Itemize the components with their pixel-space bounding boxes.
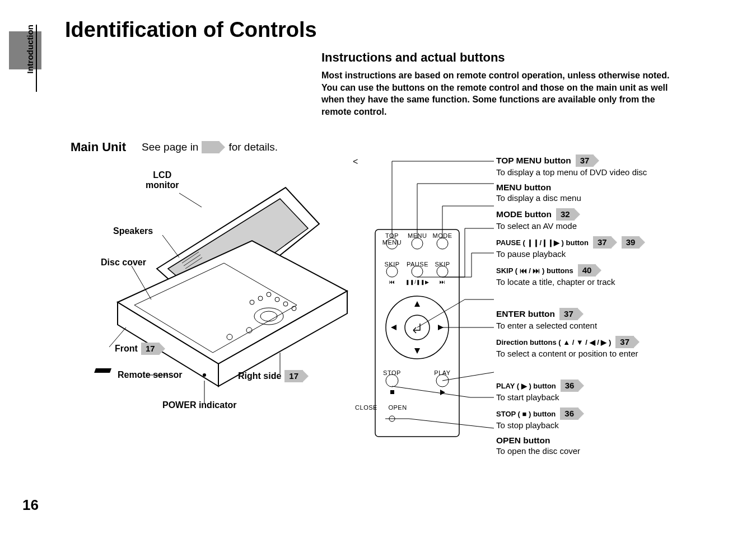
callout-desc: To open the disc cover xyxy=(496,446,737,456)
page-ref-num: 32 xyxy=(556,208,575,221)
callout-title-text: Direction buttons ( ▲ / ▼ / ◀ / ▶ ) xyxy=(496,338,611,346)
svg-marker-42 xyxy=(391,325,396,330)
callout-title-text: OPEN button xyxy=(496,435,550,446)
page-ref-arrow-icon xyxy=(640,237,645,248)
label-lcd-monitor: LCD monitor xyxy=(146,170,179,190)
callout-mode: MODE button 32 To select an AV mode xyxy=(496,208,737,231)
callout-enter: ENTER button 37 To enter a selected cont… xyxy=(496,308,737,330)
svg-point-16 xyxy=(203,373,206,377)
page-ref-arrow-icon xyxy=(575,209,580,220)
page-ref-front: 17 xyxy=(141,343,165,355)
page-ref-arrow-icon xyxy=(612,237,617,248)
label-right-side-text: Right side xyxy=(238,371,281,381)
page-ref-arrow-icon xyxy=(596,265,601,276)
callout-desc: To display a top menu of DVD video disc xyxy=(496,167,737,177)
callout-title-text: STOP ( ■ ) button xyxy=(496,410,556,418)
page-title: Identification of Controls xyxy=(65,18,317,42)
svg-line-21 xyxy=(179,193,202,207)
label-disc-cover: Disc cover xyxy=(101,257,146,268)
callout-title-text: SKIP ( ⏮ / ⏭ ) buttons xyxy=(496,266,573,275)
instructions-heading: Instructions and actual buttons xyxy=(321,50,505,65)
svg-point-33 xyxy=(412,266,423,277)
panel-label-open: OPEN xyxy=(388,404,408,411)
svg-line-62 xyxy=(417,299,465,327)
callout-direction: Direction buttons ( ▲ / ▼ / ◀ / ▶ ) 37 T… xyxy=(496,336,737,358)
page-number: 16 xyxy=(22,496,39,514)
svg-marker-47 xyxy=(440,390,445,395)
svg-point-31 xyxy=(437,238,448,249)
page-ref-right-side: 17 xyxy=(284,370,309,382)
panel-label-skip-r: SKIP xyxy=(433,261,451,268)
label-front-text: Front xyxy=(115,344,138,354)
callout-title-text: PAUSE ( ❙❙/❙❙▶ ) button xyxy=(496,238,589,247)
label-speakers: Speakers xyxy=(113,226,153,236)
callout-desc: To locate a title, chapter or track xyxy=(496,277,737,287)
page-ref-arrow-icon xyxy=(634,336,640,348)
panel-label-skip-l: SKIP xyxy=(383,261,401,268)
panel-svg: ⏮ ❚❚/❚❚▶ ⏭ xyxy=(353,157,498,470)
page-ref-front-num: 17 xyxy=(141,343,160,355)
page-ref-arrow-icon xyxy=(220,142,225,153)
page-ref-arrow-icon xyxy=(578,380,584,391)
page-ref-num: 36 xyxy=(561,380,579,392)
page-ref-num: 36 xyxy=(560,407,578,420)
callout-title-text: MODE button xyxy=(496,209,552,219)
callout-desc: To select an AV mode xyxy=(496,221,737,231)
callout-desc: To select a content or position to enter xyxy=(496,349,737,358)
panel-label-play: PLAY xyxy=(433,369,451,376)
page-ref-num: 37 xyxy=(576,154,594,167)
label-lcd-l1: LCD xyxy=(146,170,179,180)
svg-line-66 xyxy=(392,386,470,397)
panel-label-mode: MODE xyxy=(432,232,452,239)
control-panel-diagram: ⏮ ❚❚/❚❚▶ ⏭ xyxy=(353,157,476,459)
panel-label-topmenu: TOP MENU xyxy=(379,232,405,246)
page-ref-sample xyxy=(202,141,225,153)
svg-rect-45 xyxy=(390,390,394,394)
callout-list: TOP MENU button 37 To display a top menu… xyxy=(496,154,737,461)
callout-skip: SKIP ( ⏮ / ⏭ ) buttons 40 To locate a ti… xyxy=(496,264,737,287)
panel-label-menu: MENU xyxy=(408,232,427,239)
callout-title-text: PLAY ( ▶ ) button xyxy=(496,382,556,390)
callout-desc: To enter a selected content xyxy=(496,321,737,330)
see-page-prefix: See page in xyxy=(142,141,198,153)
svg-point-34 xyxy=(437,266,448,277)
panel-label-pause: PAUSE xyxy=(407,261,428,268)
svg-point-32 xyxy=(386,266,398,277)
page-ref-box xyxy=(202,141,220,153)
callout-title-text: TOP MENU button xyxy=(496,156,571,166)
callout-desc: To pause playback xyxy=(496,249,737,259)
label-lcd-l2: monitor xyxy=(146,180,179,190)
callout-stop: STOP ( ■ ) button 36 To stop playback xyxy=(496,407,737,430)
svg-point-44 xyxy=(386,374,398,387)
page-ref-num: 37 xyxy=(559,308,578,320)
callout-top-menu: TOP MENU button 37 To display a top menu… xyxy=(496,154,737,177)
page-ref-arrow-icon xyxy=(594,155,599,166)
svg-line-68 xyxy=(409,419,494,428)
svg-point-30 xyxy=(412,238,423,249)
page-ref-num: 39 xyxy=(622,236,640,249)
page-ref-right-side-num: 17 xyxy=(284,370,303,382)
page-ref-arrow-icon xyxy=(160,343,165,354)
svg-text:❚❚/❚❚▶: ❚❚/❚❚▶ xyxy=(405,279,429,285)
callout-desc: To display a disc menu xyxy=(496,193,737,203)
page-ref-arrow-icon xyxy=(578,408,584,419)
svg-rect-17 xyxy=(94,368,111,373)
callout-menu: MENU button To display a disc menu xyxy=(496,182,737,203)
main-unit-label: Main Unit xyxy=(71,140,126,154)
panel-label-stop: STOP xyxy=(383,369,401,376)
page-ref-num: 37 xyxy=(615,336,634,348)
svg-line-22 xyxy=(162,235,179,257)
panel-label-close: CLOSE xyxy=(355,404,377,411)
callout-title-text: ENTER button xyxy=(496,309,555,319)
callout-play: PLAY ( ▶ ) button 36 To start playback xyxy=(496,380,737,402)
label-remote-sensor: Remote sensor xyxy=(118,370,183,380)
callout-desc: To stop playback xyxy=(496,420,737,430)
label-right-side: Right side 17 xyxy=(238,370,309,382)
see-page-suffix: for details. xyxy=(228,141,278,153)
page-ref-num: 40 xyxy=(578,264,596,277)
svg-text:⏮: ⏮ xyxy=(389,279,395,285)
callout-desc: To start playback xyxy=(496,392,737,402)
label-power-indicator: POWER indicator xyxy=(162,400,236,410)
section-tab-text: Introduction xyxy=(25,25,35,73)
svg-marker-41 xyxy=(414,348,420,354)
